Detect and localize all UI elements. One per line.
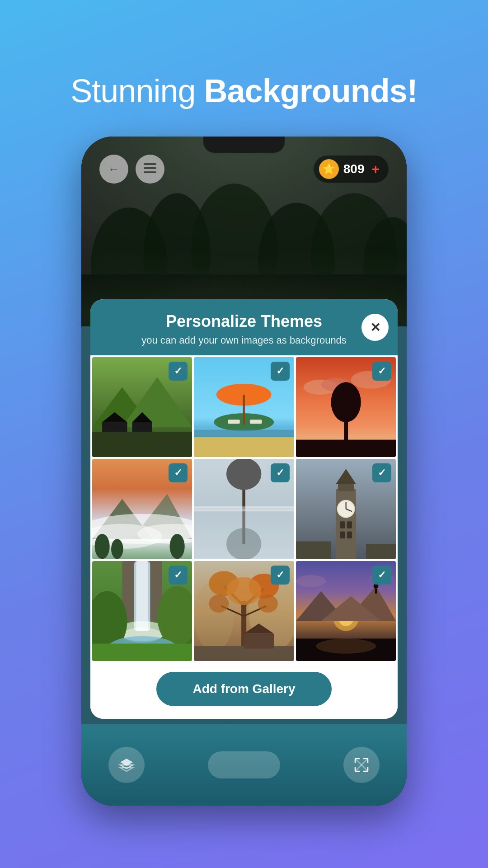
svg-point-100: [316, 638, 376, 653]
theme-checkbox-mountain-sunset[interactable]: ✓: [372, 566, 391, 585]
theme-lone-tree[interactable]: ✓: [194, 459, 294, 559]
svg-rect-53: [338, 484, 354, 492]
checkmark-icon: ✓: [174, 467, 182, 479]
modal-header: Personalize Themes you can add your own …: [90, 299, 398, 355]
svg-point-41: [95, 534, 110, 559]
add-coins-button[interactable]: +: [371, 161, 380, 177]
svg-rect-34: [296, 440, 396, 458]
theme-big-ben[interactable]: ✓: [296, 459, 396, 559]
svg-point-3: [192, 184, 278, 317]
checkmark-icon: ✓: [378, 467, 386, 479]
phone-bottom-bar: [81, 724, 407, 806]
close-icon: ✕: [370, 320, 380, 335]
back-icon: ←: [108, 162, 120, 176]
theme-autumn-tree[interactable]: ✓: [194, 561, 294, 661]
phone-topbar: ← ⭐ 809 +: [81, 155, 407, 184]
theme-checkbox-waterfall[interactable]: ✓: [169, 566, 188, 585]
svg-rect-60: [347, 522, 352, 528]
layers-button[interactable]: [108, 747, 145, 783]
theme-checkbox-lone-tree[interactable]: ✓: [271, 463, 290, 482]
theme-checkbox-beach[interactable]: ✓: [271, 362, 290, 381]
theme-checkbox-mountain[interactable]: ✓: [169, 362, 188, 381]
score-display: ⭐ 809 +: [314, 156, 389, 183]
svg-point-47: [226, 459, 261, 490]
page-header: Stunning Backgrounds!: [70, 36, 417, 109]
phone-frame: ← ⭐ 809 +: [81, 137, 407, 806]
svg-point-33: [331, 382, 361, 422]
svg-point-43: [170, 534, 185, 559]
theme-foggy-valley[interactable]: ✓: [92, 459, 192, 559]
svg-rect-61: [340, 532, 345, 538]
menu-icon: [144, 162, 156, 176]
modal-footer: Add from Gallery: [90, 663, 398, 719]
page-title: Stunning Backgrounds!: [70, 72, 417, 109]
svg-rect-59: [340, 522, 345, 528]
star-icon: ⭐: [319, 159, 339, 179]
svg-rect-26: [228, 420, 240, 424]
svg-rect-88: [194, 646, 294, 661]
theme-checkbox-foggy[interactable]: ✓: [169, 463, 188, 482]
svg-point-42: [111, 539, 123, 559]
svg-point-85: [226, 577, 261, 605]
svg-point-86: [209, 594, 229, 613]
score-value: 809: [343, 162, 365, 176]
checkmark-icon: ✓: [276, 365, 284, 377]
svg-rect-50: [194, 506, 294, 511]
checkmark-icon: ✓: [276, 569, 284, 581]
topbar-left-buttons: ←: [99, 155, 164, 184]
expand-icon: [353, 757, 370, 773]
checkmark-icon: ✓: [174, 365, 182, 377]
modal-close-button[interactable]: ✕: [361, 314, 389, 341]
theme-checkbox-big-ben[interactable]: ✓: [372, 463, 391, 482]
theme-beach-umbrella[interactable]: ✓: [194, 357, 294, 457]
svg-rect-23: [194, 437, 294, 457]
svg-point-101: [296, 575, 326, 587]
svg-point-87: [258, 594, 278, 613]
page-title-bold: Backgrounds!: [204, 73, 418, 109]
modal-subtitle: you can add your own images as backgroun…: [141, 335, 347, 346]
svg-rect-52: [336, 489, 356, 559]
add-from-gallery-button[interactable]: Add from Gallery: [156, 672, 331, 706]
personalize-themes-modal: Personalize Themes you can add your own …: [90, 299, 398, 719]
expand-button[interactable]: [343, 747, 380, 783]
svg-marker-105: [120, 768, 133, 771]
theme-orange-sunset[interactable]: ✓: [296, 357, 396, 457]
page-title-regular: Stunning: [70, 73, 204, 109]
menu-button[interactable]: [136, 155, 164, 184]
svg-rect-68: [136, 561, 148, 631]
checkmark-icon: ✓: [174, 569, 182, 581]
checkmark-icon: ✓: [276, 467, 284, 479]
phone-bottom-center: [208, 751, 280, 778]
theme-mountain-sunset[interactable]: ✓: [296, 561, 396, 661]
svg-point-49: [226, 528, 261, 559]
phone-screen: ← ⭐ 809 +: [81, 137, 407, 806]
svg-rect-27: [250, 420, 262, 424]
svg-rect-25: [243, 395, 245, 425]
svg-rect-9: [144, 167, 156, 169]
svg-rect-64: [366, 544, 396, 559]
svg-rect-89: [244, 633, 274, 648]
svg-rect-10: [144, 171, 156, 173]
theme-mountain-farm[interactable]: ✓: [92, 357, 192, 457]
svg-rect-18: [92, 432, 192, 457]
layers-icon: [118, 757, 135, 773]
theme-waterfall[interactable]: ✓: [92, 561, 192, 661]
themes-grid: ✓: [90, 355, 398, 663]
phone-notch: [203, 137, 285, 153]
svg-rect-63: [296, 542, 331, 559]
checkmark-icon: ✓: [378, 365, 386, 377]
svg-rect-98: [375, 589, 377, 594]
theme-checkbox-sunset[interactable]: ✓: [372, 362, 391, 381]
back-button[interactable]: ←: [99, 155, 128, 184]
svg-rect-8: [144, 163, 156, 165]
checkmark-icon: ✓: [378, 569, 386, 581]
modal-title: Personalize Themes: [166, 312, 322, 331]
theme-checkbox-autumn[interactable]: ✓: [271, 566, 290, 585]
svg-rect-62: [347, 532, 352, 538]
svg-rect-74: [92, 643, 192, 661]
